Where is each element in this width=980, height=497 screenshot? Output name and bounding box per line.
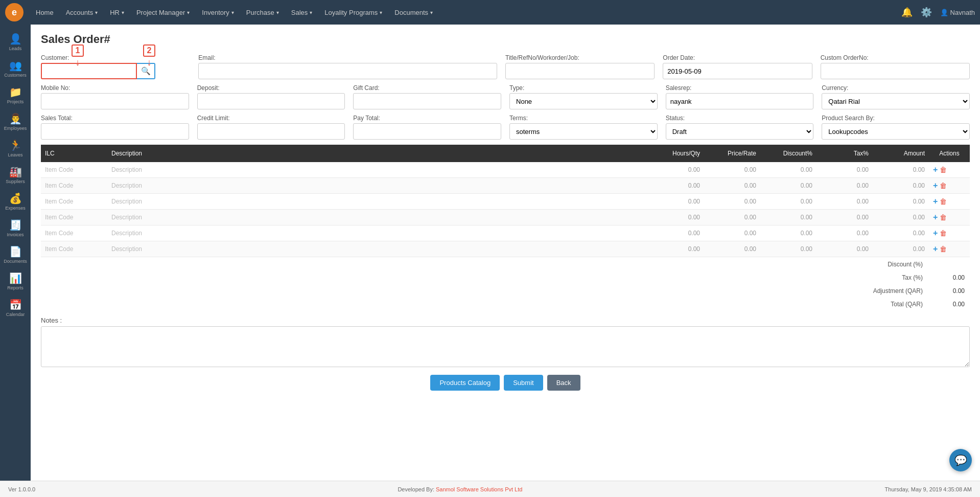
line-items-table: ILC Description Hours/Qty Price/Rate Dis… bbox=[41, 145, 970, 257]
custom-order-input[interactable] bbox=[821, 63, 970, 79]
add-row-button[interactable]: + bbox=[933, 181, 938, 190]
credit-limit-input[interactable] bbox=[197, 123, 345, 140]
footer: Ver 1.0.0.0 Developed By: Sanmol Softwar… bbox=[0, 481, 980, 497]
delete-row-button[interactable]: 🗑 bbox=[940, 166, 947, 174]
nav-loyalty[interactable]: Loyality Programs▾ bbox=[318, 0, 388, 25]
chat-button[interactable]: 💬 bbox=[949, 449, 972, 471]
user-menu[interactable]: 👤 Navnath bbox=[940, 9, 975, 16]
sidebar-item-leads[interactable]: 👤 Leads bbox=[0, 29, 31, 55]
settings-icon[interactable]: ⚙️ bbox=[921, 7, 932, 18]
customer-input[interactable] bbox=[41, 63, 137, 79]
email-input[interactable] bbox=[198, 63, 497, 79]
terms-group: Terms: soterms bbox=[509, 115, 658, 140]
sidebar-label-expenses: Expenses bbox=[5, 206, 26, 211]
navbar-right: 🔔 ⚙️ 👤 Navnath bbox=[901, 7, 975, 18]
form-row-2: Mobile No: Deposit: Gift Card: Type: Non… bbox=[41, 84, 970, 109]
cell-tax: 0.00 bbox=[816, 241, 873, 257]
cell-tax: 0.00 bbox=[816, 210, 873, 225]
nav-inventory[interactable]: Inventory▾ bbox=[196, 0, 240, 25]
cell-item-code: Item Code bbox=[41, 178, 107, 194]
cell-discount: 0.00 bbox=[760, 162, 816, 178]
sidebar-item-employees[interactable]: 👨‍💼 Employees bbox=[0, 108, 31, 135]
cell-price-rate: 0.00 bbox=[704, 178, 760, 194]
status-select[interactable]: Draft bbox=[666, 123, 814, 140]
delete-row-button[interactable]: 🗑 bbox=[940, 213, 947, 221]
col-ilc: ILC bbox=[41, 145, 107, 162]
type-group: Type: None bbox=[509, 84, 658, 109]
submit-button[interactable]: Submit bbox=[504, 375, 543, 391]
cell-hours-qty: 0.00 bbox=[648, 225, 704, 241]
order-date-input[interactable]: 2019-05-09 bbox=[663, 63, 812, 79]
sidebar-item-projects[interactable]: 📁 Projects bbox=[0, 82, 31, 108]
add-row-button[interactable]: + bbox=[933, 197, 938, 206]
delete-row-button[interactable]: 🗑 bbox=[940, 229, 947, 237]
mobile-input[interactable] bbox=[41, 93, 189, 109]
user-icon: 👤 bbox=[940, 9, 948, 16]
currency-select[interactable]: Qatari Rial bbox=[822, 93, 970, 109]
nav-project-manager[interactable]: Project Manager▾ bbox=[130, 0, 196, 25]
cell-amount: 0.00 bbox=[873, 210, 929, 225]
sidebar-item-documents[interactable]: 📄 Documents bbox=[0, 241, 31, 268]
adjustment-value: 0.00 bbox=[928, 285, 969, 297]
deposit-group: Deposit: bbox=[197, 84, 345, 109]
back-button[interactable]: Back bbox=[547, 375, 580, 391]
add-row-button[interactable]: + bbox=[933, 244, 938, 254]
add-row-button[interactable]: + bbox=[933, 229, 938, 238]
cell-price-rate: 0.00 bbox=[704, 194, 760, 210]
total-label: Total (QAR) bbox=[766, 298, 927, 310]
pay-total-label: Pay Total: bbox=[353, 115, 501, 122]
product-search-select[interactable]: Lookupcodes bbox=[822, 123, 970, 140]
title-ref-input[interactable] bbox=[505, 63, 655, 79]
sidebar-item-customers[interactable]: 👥 Customers bbox=[0, 55, 31, 82]
sidebar-item-leaves[interactable]: 🏃 Leaves bbox=[0, 135, 31, 162]
salesrep-label: Salesrep: bbox=[666, 84, 814, 92]
sidebar-label-employees: Employees bbox=[4, 126, 27, 131]
order-date-group: Order Date: 2019-05-09 bbox=[663, 54, 812, 79]
products-catalog-button[interactable]: Products Catalog bbox=[430, 375, 500, 391]
nav-documents[interactable]: Documents▾ bbox=[388, 0, 439, 25]
table-row: Item Code Description 0.00 0.00 0.00 0.0… bbox=[41, 241, 970, 257]
discount-value bbox=[928, 258, 969, 270]
adjustment-label: Adjustment (QAR) bbox=[766, 285, 927, 297]
delete-row-button[interactable]: 🗑 bbox=[940, 245, 947, 253]
sidebar-item-invoices[interactable]: 🧾 Invoices bbox=[0, 215, 31, 241]
pay-total-input[interactable] bbox=[353, 123, 501, 140]
sales-total-input[interactable] bbox=[41, 123, 189, 140]
nav-hr[interactable]: HR▾ bbox=[104, 0, 130, 25]
delete-row-button[interactable]: 🗑 bbox=[940, 182, 947, 190]
add-row-button[interactable]: + bbox=[933, 165, 938, 174]
nav-accounts[interactable]: Accounts▾ bbox=[60, 0, 104, 25]
credit-limit-group: Credit Limit: bbox=[197, 115, 345, 140]
nav-purchase[interactable]: Purchase▾ bbox=[240, 0, 285, 25]
terms-select[interactable]: soterms bbox=[509, 123, 658, 140]
documents-icon: 📄 bbox=[9, 245, 22, 258]
sidebar-item-expenses[interactable]: 💰 Expenses bbox=[0, 188, 31, 215]
nav-home[interactable]: Home bbox=[30, 0, 60, 25]
cell-item-code: Item Code bbox=[41, 194, 107, 210]
suppliers-icon: 🏭 bbox=[9, 166, 22, 178]
sidebar-item-calendar[interactable]: 📅 Calendar bbox=[0, 295, 31, 321]
sidebar-item-reports[interactable]: 📊 Reports bbox=[0, 268, 31, 295]
type-select[interactable]: None bbox=[509, 93, 658, 109]
notes-textarea[interactable] bbox=[41, 326, 970, 367]
type-label: Type: bbox=[509, 84, 658, 92]
gift-card-label: Gift Card: bbox=[353, 84, 501, 92]
projects-icon: 📁 bbox=[9, 86, 22, 98]
gift-card-input[interactable] bbox=[353, 93, 501, 109]
cell-price-rate: 0.00 bbox=[704, 241, 760, 257]
cell-tax: 0.00 bbox=[816, 194, 873, 210]
nav-sales[interactable]: Sales▾ bbox=[285, 0, 319, 25]
expenses-icon: 💰 bbox=[9, 192, 22, 205]
add-row-button[interactable]: + bbox=[933, 213, 938, 222]
cell-amount: 0.00 bbox=[873, 241, 929, 257]
invoices-icon: 🧾 bbox=[9, 219, 22, 231]
delete-row-button[interactable]: 🗑 bbox=[940, 197, 947, 206]
deposit-input[interactable] bbox=[197, 93, 345, 109]
salesrep-input[interactable]: nayank bbox=[666, 93, 814, 109]
footer-company-link[interactable]: Sanmol Software Solutions Pvt Ltd bbox=[436, 486, 522, 492]
cell-description: Description bbox=[107, 210, 648, 225]
cell-description: Description bbox=[107, 162, 648, 178]
sidebar-item-suppliers[interactable]: 🏭 Suppliers bbox=[0, 162, 31, 188]
product-search-label: Product Search By: bbox=[822, 115, 970, 122]
notification-icon[interactable]: 🔔 bbox=[901, 7, 913, 18]
